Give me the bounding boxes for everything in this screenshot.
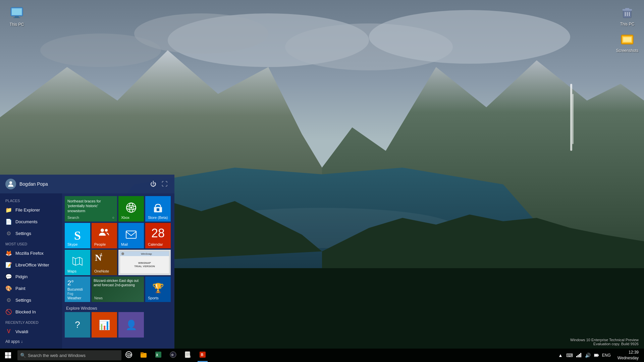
tile-xbox[interactable]: Xbox <box>118 196 144 222</box>
menu-item-paint[interactable]: 🎨 Paint <box>0 283 62 294</box>
win-info-line2: Evaluation copy. Build 9926 <box>570 342 639 346</box>
svg-rect-65 <box>594 354 598 356</box>
menu-item-firefox[interactable]: 🦊 Mozilla Firefox <box>0 247 62 259</box>
svg-point-5 <box>40 34 161 67</box>
desktop-icon-this-pc[interactable]: This PC <box>3 3 30 28</box>
file-explorer-icon: 📁 <box>5 207 12 213</box>
skype-label: Skype <box>67 242 78 246</box>
taskbar-app-edge[interactable] <box>121 349 136 362</box>
tile-explore2[interactable]: 📊 <box>92 312 117 338</box>
menu-item-blocked-in[interactable]: 🚫 Blocked In <box>0 306 62 318</box>
recently-added-title: Recently added <box>0 318 62 326</box>
taskbar-app-explorer[interactable] <box>136 349 151 362</box>
tile-news2[interactable]: Blizzard-stricken East digs out amid for… <box>92 277 144 302</box>
notepad-icon <box>184 351 192 360</box>
desktop-icon-screenshots[interactable]: Screenshots <box>614 29 641 54</box>
clock[interactable]: 12:39 Wednesday <box>615 350 641 361</box>
tile-people[interactable]: People <box>92 223 117 248</box>
tile-calendar[interactable]: 28 Calendar <box>145 223 171 248</box>
tile-explore3[interactable]: 👤 <box>118 312 144 338</box>
tile-skype[interactable]: S Skype <box>65 223 90 248</box>
pidgin-icon: 💬 <box>5 274 12 280</box>
clock-day: Wednesday <box>618 355 639 361</box>
file-explorer-label: File Explorer <box>15 207 40 213</box>
winsnap-body: WINSNAPTRIAL VERSION <box>120 256 169 274</box>
start-button[interactable] <box>0 349 16 362</box>
tile-explore1[interactable]: ? <box>65 312 90 338</box>
battery-icon[interactable] <box>593 352 600 359</box>
svg-rect-37 <box>126 231 136 238</box>
menu-item-pidgin[interactable]: 💬 Pidgin <box>0 271 62 283</box>
onenote-superscript: 1 <box>100 252 103 257</box>
settings2-icon: ⚙ <box>5 297 12 303</box>
tile-weather[interactable]: 2° Bucuresti Fog Weather <box>65 277 90 302</box>
people-icon <box>98 227 110 241</box>
menu-item-documents[interactable]: 📄 Documents <box>0 216 62 228</box>
tile-winsnap[interactable]: WinSnap WINSNAPTRIAL VERSION <box>118 250 171 275</box>
network-icon[interactable] <box>575 352 583 359</box>
explore1-icon: ? <box>75 319 80 330</box>
svg-rect-17 <box>15 16 19 17</box>
svg-rect-42 <box>8 352 11 355</box>
tile-news[interactable]: Northeast braces for 'potentially histor… <box>65 196 117 222</box>
firefox-label: Mozilla Firefox <box>15 251 44 256</box>
all-apps-button[interactable]: All apps ↓ <box>0 337 62 346</box>
paint-label: Paint <box>15 286 25 291</box>
windows-info: Windows 10 Enterprise Technical Preview … <box>570 338 639 346</box>
start-menu-left: Places 📁 File Explorer 📄 Documents ⚙ Set… <box>0 193 62 349</box>
tray-arrow-icon[interactable]: ▲ <box>557 352 564 359</box>
svg-rect-62 <box>580 353 581 357</box>
menu-item-file-explorer[interactable]: 📁 File Explorer <box>0 204 62 216</box>
sports-trophy-icon: 🏆 <box>152 283 164 294</box>
active-app-icon: B <box>199 351 206 360</box>
taskbar-app-steam[interactable]: ⚙ <box>166 349 180 362</box>
skype-icon: S <box>74 229 81 243</box>
svg-point-4 <box>369 10 570 64</box>
weather-condition: Fog <box>67 292 73 296</box>
svg-text:⚙: ⚙ <box>171 353 174 357</box>
tile-sports[interactable]: 🏆 Sports <box>145 277 171 302</box>
search-text: Search the web and Windows <box>28 353 86 358</box>
user-avatar <box>5 179 16 189</box>
svg-point-35 <box>101 229 104 232</box>
user-info[interactable]: Bogdan Popa <box>5 179 48 189</box>
onenote-label: OneNote <box>94 269 109 273</box>
menu-item-vivaldi[interactable]: V Vivaldi <box>0 326 62 337</box>
language-icon[interactable]: ENG <box>601 352 612 358</box>
power-button[interactable]: ⏻ <box>149 179 158 189</box>
menu-item-settings2[interactable]: ⚙ Settings <box>0 294 62 306</box>
tile-maps[interactable]: Maps <box>65 250 90 275</box>
firefox-icon: 🦊 <box>5 250 12 256</box>
most-used-title: Most used <box>0 239 62 247</box>
this-pc-label: This PC <box>10 22 24 27</box>
svg-rect-21 <box>625 8 629 9</box>
svg-rect-18 <box>13 17 20 18</box>
taskbar-app-notepad[interactable] <box>180 349 195 362</box>
menu-item-settings[interactable]: ⚙ Settings <box>0 228 62 239</box>
store-icon <box>153 202 163 216</box>
tile-store[interactable]: Store (Beta) <box>145 196 171 222</box>
news-headline: Northeast braces for 'potentially histor… <box>67 199 101 213</box>
excel-icon: X <box>155 351 162 360</box>
start-menu-tiles: Northeast braces for 'potentially histor… <box>62 193 174 349</box>
edge-icon <box>125 351 132 360</box>
expand-button[interactable]: ⛶ <box>160 179 169 189</box>
screenshots-label: Screenshots <box>616 48 639 53</box>
tile-mail[interactable]: Mail <box>118 223 144 248</box>
taskbar-app-excel[interactable]: X <box>151 349 166 362</box>
svg-rect-52 <box>185 352 190 358</box>
svg-rect-56 <box>190 356 191 358</box>
taskbar-app-active[interactable]: B <box>195 349 210 362</box>
search-bar[interactable]: 🔍 Search the web and Windows <box>17 350 121 360</box>
svg-rect-27 <box>623 37 631 42</box>
blocked-in-label: Blocked In <box>15 309 36 314</box>
taskbar-right: ▲ ⌨ 🔊 <box>555 350 644 361</box>
menu-item-libreoffice[interactable]: 📝 LibreOffice Writer <box>0 259 62 271</box>
tile-onenote[interactable]: N 1 OneNote <box>92 250 117 275</box>
volume-icon[interactable]: 🔊 <box>584 352 592 359</box>
keyboard-icon[interactable]: ⌨ <box>565 352 574 359</box>
desktop-icon-recycle-bin[interactable]: This PC <box>614 3 641 28</box>
libreoffice-icon: 📝 <box>5 262 12 268</box>
xbox-icon <box>126 202 137 216</box>
start-menu: Bogdan Popa ⏻ ⛶ Places 📁 File Explorer 📄… <box>0 175 174 349</box>
